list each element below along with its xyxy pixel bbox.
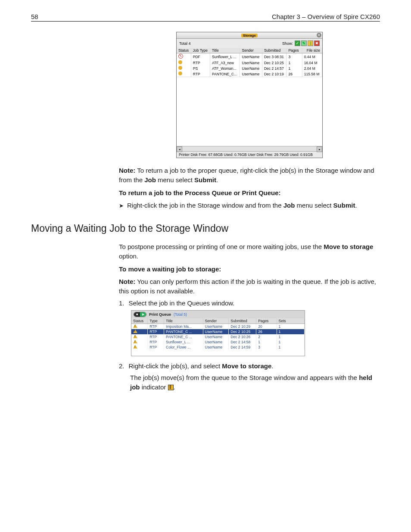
qcol-sets[interactable]: Sets [277, 318, 304, 324]
status-icon [178, 54, 183, 59]
chapter-title: Chapter 3 – Overview of Spire CX260 [272, 13, 380, 20]
col-pages[interactable]: Pages [286, 48, 302, 53]
qcol-submitted[interactable]: Submitted [229, 318, 256, 324]
warning-icon [133, 345, 137, 348]
table-row[interactable]: RTPColor_Flowe ...UserNameDec 2 14:5931 [131, 345, 305, 350]
storage-filter-icons: Show: ✓ ✎ ‖ ✖ [282, 40, 320, 46]
storage-statusbar: Printer Disk Free: 67.68GB Used: 0.76GB … [177, 151, 322, 158]
storage-empty-area [177, 77, 322, 146]
step-number: 1. [119, 299, 125, 307]
close-icon[interactable]: ✕ [317, 33, 321, 37]
filter-held-icon[interactable]: ‖ [308, 40, 313, 46]
procedure-heading-return: To return a job to the Process Queue or … [119, 188, 380, 198]
qcol-title[interactable]: Title [164, 318, 203, 324]
play-icon[interactable]: ▶ [140, 312, 146, 317]
col-status[interactable]: Status [177, 48, 191, 53]
queue-empty-area [131, 350, 305, 356]
page-header: 58 Chapter 3 – Overview of Spire CX260 [31, 13, 380, 22]
filter-edited-icon[interactable]: ✎ [301, 40, 307, 46]
scroll-left-icon[interactable]: ◂ [177, 146, 182, 152]
table-row[interactable]: PSATF_Woman...UserNameDec 2 14:5712.04 M [177, 65, 322, 71]
qcol-status[interactable]: Status [131, 318, 148, 324]
qcol-type[interactable]: Type [148, 318, 164, 324]
note-waiting-only: Note: You can only perform this action i… [119, 277, 380, 296]
queue-control-buttons: ■ ▶ [134, 312, 146, 317]
warning-icon [133, 324, 137, 328]
table-row[interactable]: RTPPANTONE_C...UserNameDec 2 10:1926115.… [177, 71, 322, 77]
col-sender[interactable]: Sender [240, 48, 262, 53]
storage-scrollbar[interactable]: ◂ ▸ [177, 146, 322, 151]
page-number: 58 [31, 13, 38, 20]
stop-icon[interactable]: ■ [134, 312, 140, 317]
qcol-pages[interactable]: Pages [256, 318, 277, 324]
storage-table-header: Status Job Type Title Sender Submitted P… [177, 48, 322, 53]
warning-icon [133, 340, 137, 343]
storage-titlebar: Storage ✕ [177, 32, 322, 39]
step-1: 1. Select the job in the Queues window. [119, 299, 380, 307]
table-row[interactable]: RTPPANTONE_C ...UserNameDec 2 10:2621 [131, 334, 305, 339]
table-row[interactable]: RTPATF_A3_newUserNameDec 2 10:25116.04 M [177, 60, 322, 65]
status-icon [178, 72, 182, 75]
scroll-right-icon[interactable]: ▸ [317, 146, 322, 152]
status-icon [178, 60, 182, 64]
qcol-sender[interactable]: Sender [203, 318, 229, 324]
note-label: Note: [119, 278, 135, 285]
filter-completed-icon[interactable]: ✓ [295, 40, 300, 46]
print-queue-window: ■ ▶ Print Queue (Total 5) Status Type Ti… [131, 310, 305, 356]
storage-table: Status Job Type Title Sender Submitted P… [177, 48, 322, 77]
step-2-result: The job(s) move(s) from the queue to the… [130, 373, 380, 392]
step-2: 2. Right-click the job(s), and select Mo… [119, 362, 380, 370]
queue-title: Print Queue [149, 312, 171, 317]
warning-icon [133, 335, 137, 338]
step-number: 2. [119, 362, 125, 370]
procedure-heading-move: To move a waiting job to storage: [119, 264, 380, 274]
table-row[interactable]: RTPImposition Ma...UserNameDec 2 10:2920… [131, 324, 305, 329]
held-job-icon [168, 385, 174, 390]
storage-toolbar: Total 4 Show: ✓ ✎ ‖ ✖ [177, 39, 322, 48]
table-row[interactable]: PDFSunflower_L ...UserNameDec 3 08:3130.… [177, 53, 322, 60]
show-label: Show: [282, 41, 293, 46]
col-title[interactable]: Title [210, 48, 240, 53]
note-return-job: Note: To return a job to the proper queu… [119, 166, 380, 185]
status-icon [178, 66, 182, 70]
storage-window: Storage ✕ Total 4 Show: ✓ ✎ ‖ ✖ Status J… [176, 32, 323, 158]
storage-total: Total 4 [179, 41, 191, 46]
queue-header: ■ ▶ Print Queue (Total 5) [131, 311, 305, 318]
table-row[interactable]: RTPPANTONE_C ...UserNameDec 2 10:25261 [131, 329, 305, 334]
filter-failed-icon[interactable]: ✖ [314, 40, 320, 46]
col-submitted[interactable]: Submitted [262, 48, 286, 53]
section-heading-moving: Moving a Waiting Job to the Storage Wind… [31, 223, 380, 234]
intro-paragraph: To postpone processing or printing of on… [119, 242, 380, 261]
queue-table-header: Status Type Title Sender Submitted Pages… [131, 318, 305, 324]
col-jobtype[interactable]: Job Type [191, 48, 210, 53]
warning-icon [133, 330, 137, 333]
storage-title: Storage [241, 34, 258, 37]
bullet-icon: ➤ [119, 202, 124, 211]
queue-table: Status Type Title Sender Submitted Pages… [131, 318, 305, 350]
bullet-return-job: ➤ Right-click the job in the Storage win… [119, 202, 380, 211]
queue-count: (Total 5) [174, 312, 187, 317]
note-label: Note: [119, 167, 135, 174]
col-filesize[interactable]: File size [302, 48, 322, 53]
table-row[interactable]: RTPSunflower_L ...UserNameDec 2 14:5811 [131, 339, 305, 345]
